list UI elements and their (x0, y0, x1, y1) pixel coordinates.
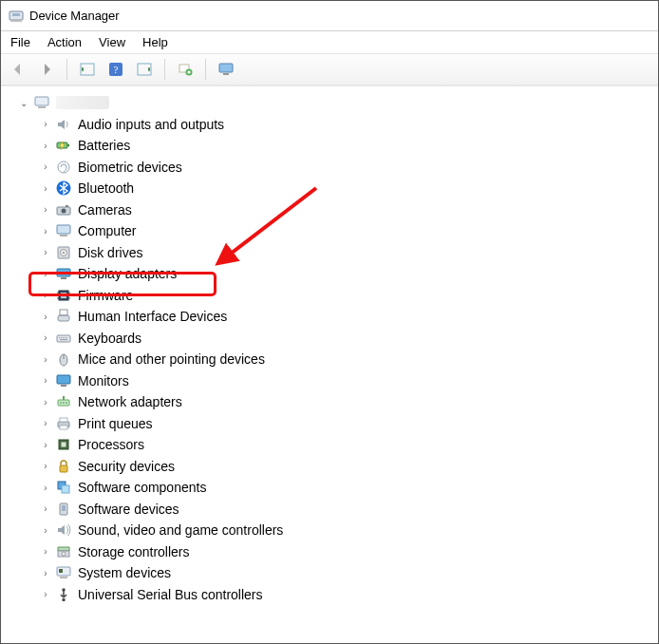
svg-rect-25 (57, 269, 70, 276)
menu-view[interactable]: View (99, 35, 125, 49)
svg-rect-37 (57, 335, 70, 342)
toolbar-help-icon[interactable]: ? (104, 58, 127, 81)
tree-item-computer[interactable]: ›Computer (7, 220, 658, 242)
toolbar-scan-icon[interactable] (133, 58, 156, 81)
chevron-right-icon[interactable]: › (40, 503, 51, 514)
svg-rect-58 (60, 465, 67, 472)
tree-item-mice[interactable]: ›Mice and other pointing devices (7, 349, 658, 370)
tree-item-label: Network adapters (78, 394, 182, 409)
chevron-right-icon[interactable]: › (40, 375, 51, 386)
chevron-right-icon[interactable]: › (40, 589, 51, 599)
chevron-right-icon[interactable]: › (40, 290, 51, 300)
swcomponent-icon (55, 479, 72, 496)
camera-icon (55, 201, 72, 218)
computer-icon (55, 222, 72, 239)
tree-item-display[interactable]: ›Display adapters (7, 263, 658, 285)
chevron-right-icon[interactable]: › (40, 461, 51, 471)
chevron-right-icon[interactable]: › (40, 119, 51, 129)
toolbar-update-driver-icon[interactable] (174, 58, 197, 81)
tree-item-sound[interactable]: ›Sound, video and game controllers (7, 520, 658, 541)
chevron-right-icon[interactable]: › (40, 418, 51, 428)
svg-rect-40 (63, 337, 64, 338)
chevron-right-icon[interactable]: › (40, 183, 51, 194)
tree-item-cameras[interactable]: ›Cameras (7, 199, 658, 221)
fingerprint-icon (55, 159, 72, 176)
tree-item-swcomp[interactable]: ›Software components (7, 477, 658, 499)
menu-help[interactable]: Help (142, 35, 168, 49)
security-icon (55, 458, 72, 475)
tree-item-print[interactable]: ›Print queues (7, 413, 658, 435)
tree-item-label: Audio inputs and outputs (78, 117, 224, 132)
tree-item-hid[interactable]: ›Human Interface Devices (7, 306, 658, 328)
svg-rect-21 (60, 235, 67, 237)
menu-action[interactable]: Action (47, 35, 82, 49)
chevron-down-icon[interactable]: ⌄ (18, 98, 29, 108)
svg-rect-55 (60, 426, 67, 429)
toolbar-separator (164, 59, 165, 80)
chevron-right-icon[interactable]: › (40, 440, 51, 450)
tree-item-label: Mice and other pointing devices (78, 351, 265, 367)
tree-item-label: Security devices (78, 459, 175, 474)
tree-root[interactable]: ⌄ (7, 92, 658, 114)
svg-rect-38 (59, 337, 60, 338)
tree-item-audio[interactable]: ›Audio inputs and outputs (7, 114, 658, 136)
svg-point-64 (62, 552, 66, 556)
svg-point-51 (63, 402, 65, 404)
monitor-icon (55, 372, 72, 389)
tree-item-usb[interactable]: ›Universal Serial Bus controllers (7, 584, 658, 606)
tree-item-label: Bluetooth (78, 180, 134, 196)
toolbar-monitor-icon[interactable] (215, 58, 237, 81)
tree-item-label: Firmware (78, 288, 133, 303)
chevron-right-icon[interactable]: › (40, 568, 51, 578)
tree-item-disk[interactable]: ›Disk drives (7, 242, 658, 264)
network-icon (55, 393, 72, 410)
tree-item-system[interactable]: ›System devices (7, 562, 658, 584)
tree-item-network[interactable]: ›Network adapters (7, 391, 658, 413)
tree-item-label: Software devices (78, 502, 179, 517)
svg-text:?: ? (114, 64, 119, 75)
device-tree[interactable]: ⌄ ›Audio inputs and outputs›Batteries›Bi… (1, 85, 658, 643)
svg-rect-42 (66, 337, 67, 338)
display-icon (55, 265, 72, 282)
svg-rect-69 (63, 598, 66, 601)
toolbar-show-hidden-icon[interactable] (76, 58, 99, 81)
chevron-right-icon[interactable]: › (40, 525, 51, 536)
tree-item-biometric[interactable]: ›Biometric devices (7, 157, 658, 179)
svg-rect-10 (223, 73, 229, 75)
window-title: Device Manager (29, 9, 120, 23)
chevron-right-icon[interactable]: › (40, 483, 51, 493)
usb-icon (55, 586, 72, 603)
chevron-right-icon[interactable]: › (40, 141, 51, 151)
mouse-icon (55, 350, 72, 368)
tree-item-swdev[interactable]: ›Software devices (7, 499, 658, 521)
tree-item-label: Monitors (78, 373, 129, 388)
tree-item-proc[interactable]: ›Processors (7, 434, 658, 456)
tree-item-storage[interactable]: ›Storage controllers (7, 541, 658, 563)
svg-point-18 (62, 208, 66, 213)
tree-item-keyboards[interactable]: ›Keyboards (7, 328, 658, 350)
chevron-right-icon[interactable]: › (40, 226, 51, 237)
computer-root-icon (33, 94, 50, 111)
tree-item-security[interactable]: ›Security devices (7, 456, 658, 478)
menu-file[interactable]: File (10, 35, 30, 49)
chevron-right-icon[interactable]: › (40, 204, 51, 215)
menubar: File Action View Help (1, 31, 658, 53)
chevron-right-icon[interactable]: › (40, 354, 51, 365)
toolbar-back[interactable] (7, 58, 29, 81)
svg-point-50 (60, 402, 62, 404)
svg-rect-9 (219, 64, 233, 72)
chevron-right-icon[interactable]: › (40, 247, 51, 257)
chevron-right-icon[interactable]: › (40, 397, 51, 407)
toolbar-forward[interactable] (35, 58, 58, 81)
chevron-right-icon[interactable]: › (40, 312, 51, 322)
keyboard-icon (55, 330, 72, 347)
chevron-right-icon[interactable]: › (40, 269, 51, 279)
chevron-right-icon[interactable]: › (40, 332, 51, 343)
chevron-right-icon[interactable]: › (40, 161, 51, 172)
chevron-right-icon[interactable]: › (40, 546, 51, 557)
tree-item-monitors[interactable]: ›Monitors (7, 370, 658, 392)
tree-item-batteries[interactable]: ›Batteries (7, 135, 658, 157)
tree-item-firmware[interactable]: ›Firmware (7, 285, 658, 307)
tree-item-bluetooth[interactable]: ›Bluetooth (7, 178, 658, 199)
sound-icon (55, 521, 72, 539)
